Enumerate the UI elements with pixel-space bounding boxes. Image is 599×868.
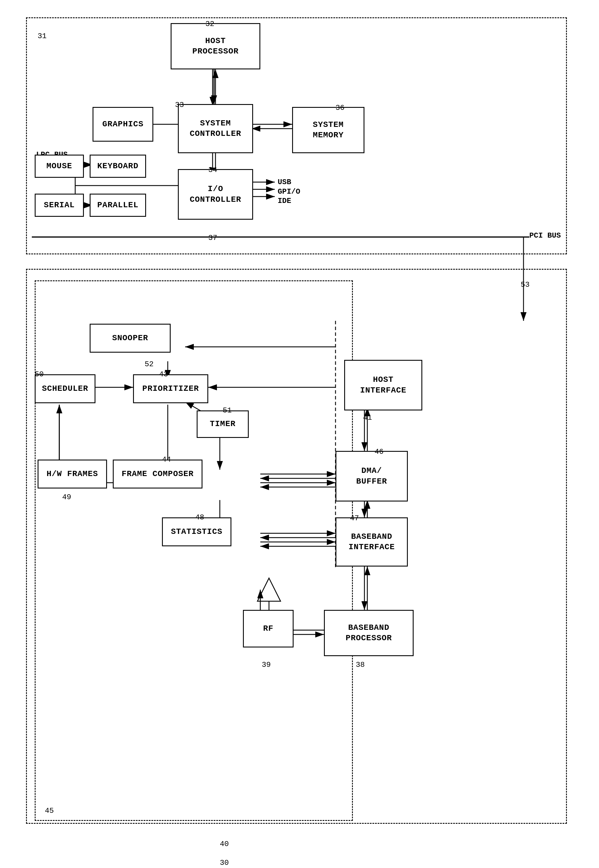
system-memory-label: SYSTEMMEMORY [313,120,344,141]
ref-47: 47 [350,514,359,523]
ref-38: 38 [356,661,365,669]
graphics-block: GRAPHICS [93,107,153,142]
hw-frames-label: H/W FRAMES [47,469,98,479]
dma-buffer-block: DMA/BUFFER [336,451,408,502]
prioritizer-block: PRIORITIZER [133,374,208,403]
ref-40: 40 [220,839,229,848]
frame-composer-block: FRAME COMPOSER [113,460,202,488]
frame-composer-label: FRAME COMPOSER [122,469,194,479]
system-controller-label: SYSTEMCONTROLLER [190,118,241,139]
ref-37: 37 [208,234,217,242]
timer-label: TIMER [210,419,235,429]
prioritizer-label: PRIORITIZER [142,384,199,394]
ref-52: 52 [144,360,154,368]
host-interface-block: HOSTINTERFACE [344,360,422,410]
keyboard-label: KEYBOARD [97,161,138,171]
ref-41: 41 [363,413,372,422]
graphics-label: GRAPHICS [102,119,143,129]
ref-44: 44 [162,455,171,464]
snooper-label: SNOOPER [112,333,148,343]
snooper-block: SNOOPER [90,324,171,353]
mouse-block: MOUSE [35,155,84,178]
ref-31: 31 [38,32,47,41]
dma-buffer-label: DMA/BUFFER [356,466,387,487]
baseband-processor-block: BASEBANDPROCESSOR [324,610,414,656]
baseband-processor-label: BASEBANDPROCESSOR [346,623,392,644]
ref-30: 30 [220,859,229,867]
system-45-container [35,280,353,821]
ref-46: 46 [375,448,384,456]
hw-frames-block: H/W FRAMES [38,460,107,488]
system-memory-block: SYSTEMMEMORY [292,107,364,153]
statistics-block: STATISTICS [162,517,232,546]
host-processor-label: HOSTPROCESSOR [192,36,239,57]
baseband-interface-label: BASEBANDINTERFACE [349,532,395,553]
scheduler-block: SCHEDULER [35,374,95,403]
parallel-label: PARALLEL [97,200,138,210]
ref-43: 43 [159,370,168,378]
antenna-icon [254,575,283,610]
ref-50: 50 [35,370,44,378]
serial-label: SERIAL [44,200,75,210]
ref-39: 39 [262,661,271,669]
ref-32: 32 [205,20,214,29]
ref-36: 36 [336,104,345,112]
statistics-label: STATISTICS [171,527,223,537]
usb-label: USB [278,178,291,186]
ide-label: IDE [278,197,291,205]
mouse-label: MOUSE [46,161,72,171]
baseband-interface-block: BASEBANDINTERFACE [336,517,408,566]
io-controller-label: I/OCONTROLLER [190,184,241,205]
keyboard-block: KEYBOARD [90,155,146,178]
scheduler-label: SCHEDULER [42,384,88,394]
rf-block: RF [243,610,293,647]
ref-53: 53 [521,280,530,289]
svg-marker-56 [257,578,281,601]
rf-label: RF [263,623,274,634]
host-interface-label: HOSTINTERFACE [360,375,406,396]
host-processor-block: HOSTPROCESSOR [171,23,260,69]
system-controller-block: SYSTEMCONTROLLER [178,104,253,153]
ref-51: 51 [223,406,232,415]
ref-48: 48 [195,513,204,522]
ref-33: 33 [175,101,184,109]
gpio-label: GPI/O [278,187,300,196]
pci-bus-label: PCI BUS [529,231,561,240]
ref-49: 49 [62,493,71,502]
serial-block: SERIAL [35,194,84,217]
ref-45: 45 [45,806,54,815]
io-controller-block: I/OCONTROLLER [178,169,253,220]
parallel-block: PARALLEL [90,194,146,217]
ref-34: 34 [208,166,217,174]
